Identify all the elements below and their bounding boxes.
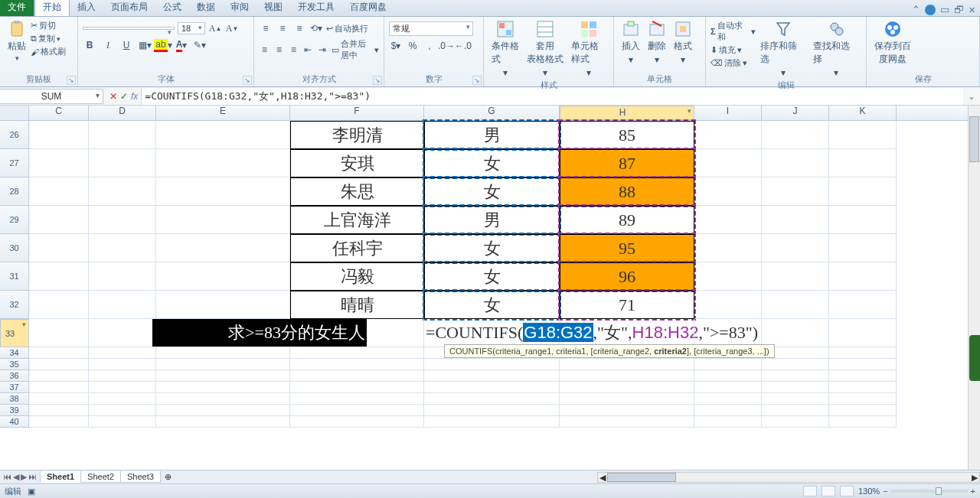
- cell[interactable]: [89, 359, 156, 370]
- cell[interactable]: [156, 416, 290, 428]
- file-tab[interactable]: 文件: [0, 0, 34, 16]
- column-header[interactable]: C: [29, 106, 89, 120]
- cell[interactable]: [560, 382, 694, 393]
- cell[interactable]: [156, 291, 290, 319]
- cell[interactable]: [694, 177, 762, 206]
- worksheet-grid[interactable]: CDEFGHIJK 26李明清男8527安琪女8728朱思女8829上官海洋男8…: [0, 106, 980, 470]
- align-launcher[interactable]: ↘: [373, 76, 382, 85]
- sheet-tab[interactable]: Sheet1: [40, 471, 81, 483]
- horizontal-scrollbar[interactable]: ◀▶: [597, 472, 980, 483]
- cell[interactable]: [156, 405, 290, 416]
- save-baidu-button[interactable]: 保存到百 度网盘: [871, 18, 914, 67]
- cell[interactable]: 女: [424, 149, 560, 177]
- indent-inc-icon[interactable]: ⇥: [317, 43, 328, 57]
- cell[interactable]: 求>=83分的女生人: [156, 319, 290, 347]
- help-icon[interactable]: ?: [925, 5, 936, 15]
- format-cells-button[interactable]: 格式▾: [671, 18, 695, 67]
- cell[interactable]: [694, 291, 762, 319]
- row-header[interactable]: 36: [0, 370, 29, 382]
- restore-icon[interactable]: 🗗: [954, 4, 964, 15]
- wrap-text-button[interactable]: ↩自动换行: [326, 23, 368, 34]
- select-all-corner[interactable]: [0, 106, 29, 120]
- cell[interactable]: [694, 319, 762, 347]
- cell[interactable]: 男: [424, 206, 560, 234]
- row-header[interactable]: 40: [0, 416, 29, 428]
- row-header[interactable]: 34: [0, 347, 29, 359]
- fx-icon[interactable]: fx: [131, 91, 138, 102]
- sheet-nav-first-icon[interactable]: ⏮: [3, 472, 11, 482]
- row-header[interactable]: 37: [0, 382, 29, 393]
- cell[interactable]: [762, 382, 829, 393]
- cell[interactable]: [89, 416, 156, 428]
- vertical-scrollbar[interactable]: [968, 106, 980, 470]
- cell[interactable]: 89: [560, 206, 694, 234]
- cell[interactable]: 85: [560, 121, 694, 149]
- align-right-icon[interactable]: ≡: [288, 43, 299, 57]
- tab-view[interactable]: 视图: [256, 0, 290, 16]
- cell[interactable]: [290, 319, 424, 347]
- cell[interactable]: [762, 359, 829, 370]
- cell[interactable]: [156, 234, 290, 262]
- cancel-formula-icon[interactable]: ✕: [109, 91, 117, 102]
- column-header[interactable]: I: [694, 106, 762, 120]
- orientation-icon[interactable]: ⟲▾: [309, 21, 323, 35]
- tab-baidu[interactable]: 百度网盘: [342, 0, 394, 16]
- cell[interactable]: [89, 149, 156, 177]
- cell[interactable]: [829, 291, 897, 319]
- side-panel-handle[interactable]: [969, 335, 980, 381]
- cell[interactable]: [290, 393, 424, 405]
- cell[interactable]: [290, 405, 424, 416]
- cell[interactable]: [29, 416, 89, 428]
- sheet-tab[interactable]: Sheet2: [80, 471, 121, 483]
- column-header[interactable]: F: [290, 106, 424, 120]
- merge-center-button[interactable]: ▭合并后居中▾: [332, 38, 379, 61]
- cell-styles-button[interactable]: 单元格样式▾: [568, 18, 609, 80]
- cell[interactable]: [762, 405, 829, 416]
- cell[interactable]: [694, 149, 762, 177]
- cell[interactable]: [290, 370, 424, 382]
- cell[interactable]: [290, 359, 424, 370]
- find-select-button[interactable]: 查找和选择▾: [810, 18, 861, 80]
- row-header[interactable]: 33: [0, 319, 29, 347]
- cell[interactable]: [694, 121, 762, 149]
- cell[interactable]: [694, 393, 762, 405]
- ribbon-caret-icon[interactable]: ⌃: [912, 4, 920, 15]
- cell[interactable]: [424, 405, 560, 416]
- cell[interactable]: [829, 382, 897, 393]
- cell[interactable]: 晴晴: [290, 291, 424, 319]
- delete-cells-button[interactable]: 删除▾: [645, 18, 669, 67]
- cell[interactable]: [156, 393, 290, 405]
- cell[interactable]: [89, 393, 156, 405]
- border-button[interactable]: ▦▾: [138, 38, 152, 52]
- cell[interactable]: [29, 234, 89, 262]
- cell[interactable]: 95: [560, 234, 694, 262]
- row-header[interactable]: 39: [0, 405, 29, 416]
- cell[interactable]: [89, 177, 156, 206]
- cell[interactable]: [29, 262, 89, 291]
- view-normal-icon[interactable]: [803, 486, 817, 496]
- cell[interactable]: [29, 121, 89, 149]
- cell[interactable]: [89, 262, 156, 291]
- inc-decimal-icon[interactable]: .0→: [439, 39, 453, 53]
- tab-home[interactable]: 开始: [34, 0, 70, 16]
- align-middle-icon[interactable]: ≡: [276, 21, 289, 35]
- cell[interactable]: [694, 405, 762, 416]
- row-header[interactable]: 35: [0, 359, 29, 370]
- currency-icon[interactable]: $▾: [389, 39, 403, 53]
- cell[interactable]: 女: [424, 234, 560, 262]
- new-sheet-icon[interactable]: ⊕: [160, 472, 176, 482]
- cut-button[interactable]: ✂剪切: [31, 20, 66, 31]
- cell[interactable]: [829, 370, 897, 382]
- align-left-icon[interactable]: ≡: [259, 43, 270, 57]
- cell[interactable]: [694, 359, 762, 370]
- cond-format-button[interactable]: 条件格式▾: [488, 18, 522, 80]
- cell[interactable]: 87: [560, 149, 694, 177]
- cell[interactable]: [762, 206, 829, 234]
- macro-record-icon[interactable]: ▣: [28, 487, 35, 496]
- expand-formula-icon[interactable]: ⌄: [963, 91, 980, 102]
- row-header[interactable]: 32: [0, 291, 29, 319]
- number-launcher[interactable]: ↘: [472, 76, 482, 85]
- cell[interactable]: [694, 370, 762, 382]
- cell[interactable]: [156, 121, 290, 149]
- cell[interactable]: [560, 370, 694, 382]
